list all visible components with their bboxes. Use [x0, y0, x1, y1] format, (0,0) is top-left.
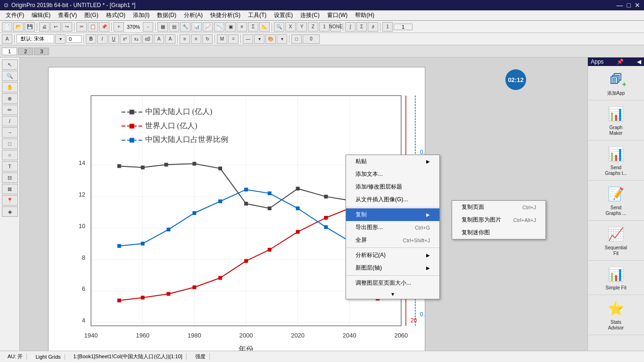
btn9[interactable]: Σ — [248, 22, 258, 32]
cm-paste[interactable]: 粘贴 ▶ — [346, 155, 439, 168]
window-controls[interactable]: — □ ✕ — [617, 1, 640, 9]
line-btn[interactable]: — — [243, 34, 253, 44]
menu-add[interactable]: 添加(I) — [129, 10, 153, 20]
btn17[interactable]: ∫ — [345, 22, 355, 32]
btn12[interactable]: X — [285, 22, 296, 32]
cm-addtext[interactable]: 添加文本... — [346, 168, 439, 181]
btn19[interactable]: ∂ — [368, 22, 378, 32]
font-btn[interactable]: A — [2, 34, 12, 44]
graph-area[interactable]: 02:12 中国大陆人口 (亿人) 世界人口 (亿人) 中国大陆人口占世界比例 — [20, 58, 587, 351]
hand-tool[interactable]: ✋ — [2, 82, 18, 92]
size-input[interactable]: 0 — [303, 34, 320, 44]
super-btn[interactable]: x² — [120, 34, 130, 44]
zoom-in-btn[interactable]: + — [114, 22, 124, 32]
app-stats-advisor[interactable]: ⭐ StatsAdvisor — [588, 295, 644, 335]
bold-btn[interactable]: B — [86, 34, 96, 44]
rect-tool[interactable]: □ — [2, 139, 18, 149]
cm-fullscreen[interactable]: 全屏 Ctrl+Shift+J — [346, 234, 439, 247]
copy-btn[interactable]: 📋 — [88, 22, 98, 32]
menu-quick[interactable]: 快捷分析(S) — [206, 10, 244, 20]
menu-graph[interactable]: 图(G) — [81, 10, 102, 20]
cm-analysis[interactable]: 分析标记(A) ▶ — [346, 249, 439, 262]
bg-color[interactable]: A — [165, 34, 175, 44]
menu-file[interactable]: 文件(F) — [2, 10, 28, 20]
btn10[interactable]: 📐 — [259, 22, 270, 32]
circle-tool[interactable]: ○ — [2, 150, 18, 160]
num-input[interactable]: 1 — [394, 24, 413, 30]
border-btn[interactable]: □ — [291, 34, 302, 44]
btn5[interactable]: 📈 — [203, 22, 213, 32]
sm-copymini[interactable]: 复制迷你图 — [452, 226, 545, 239]
italic-btn[interactable]: I — [97, 34, 107, 44]
color-dd[interactable]: ▾ — [277, 34, 287, 44]
arrow-tool[interactable]: → — [2, 127, 18, 138]
menu-edit[interactable]: 编辑(E) — [28, 10, 54, 20]
underline-btn[interactable]: U — [108, 34, 119, 44]
rotate-btn[interactable]: ↻ — [202, 34, 213, 44]
btn14[interactable]: Z — [308, 22, 318, 32]
menu-settings[interactable]: 设置(E) — [270, 10, 297, 20]
greek-btn[interactable]: αβ — [142, 34, 153, 44]
app-send-graphs-ppt[interactable]: 📊 SendGraphs t... — [588, 140, 644, 181]
cm-export[interactable]: 导出图形... Ctrl+G — [346, 221, 439, 234]
data-tool[interactable]: ◈ — [2, 206, 18, 217]
btn16[interactable]: NONE — [330, 22, 341, 32]
app-send-graphs-word[interactable]: 📝 SendGraphs ... — [588, 181, 644, 221]
btn1[interactable]: ▦ — [157, 22, 168, 32]
app-sequential-fit[interactable]: 📈 SequentialFit — [588, 221, 644, 261]
btn8[interactable]: ≡ — [237, 22, 247, 32]
apps-pin[interactable]: 📌 — [617, 58, 624, 65]
font-dd[interactable]: ▾ — [55, 34, 66, 44]
zoom-out-btn[interactable]: - — [143, 22, 153, 32]
menu-data[interactable]: 数据(D) — [153, 10, 180, 20]
draw-tool[interactable]: ✏ — [2, 105, 18, 115]
btn2[interactable]: ▤ — [169, 22, 179, 32]
page-tab-2[interactable]: 2 — [18, 48, 33, 55]
cm-newlayer[interactable]: 新图层(轴) ▶ — [346, 262, 439, 274]
sm-copypage[interactable]: 复制页面 Ctrl+J — [452, 201, 545, 214]
btn11[interactable]: 🔍 — [274, 22, 284, 32]
align-left[interactable]: ≡ — [180, 34, 190, 44]
cut-btn[interactable]: ✂ — [76, 22, 87, 32]
menu-format[interactable]: 格式(O) — [102, 10, 129, 20]
btn6[interactable]: 📉 — [214, 22, 224, 32]
btn7[interactable]: ▣ — [225, 22, 236, 32]
app-simple-fit[interactable]: 📊 Simple Fit — [588, 261, 644, 295]
sm-copyimage[interactable]: 复制图形为图片 Ctrl+Alt+J — [452, 214, 545, 226]
btn4[interactable]: 📊 — [191, 22, 202, 32]
btn3[interactable]: 🔧 — [180, 22, 190, 32]
btn18[interactable]: Σ — [356, 22, 367, 32]
text-tool[interactable]: T — [2, 161, 18, 172]
open-btn[interactable]: 📂 — [13, 22, 24, 32]
picker-tool[interactable]: 📍 — [2, 195, 18, 206]
save-btn[interactable]: 💾 — [25, 22, 35, 32]
m-btn[interactable]: M — [217, 34, 227, 44]
region-tool[interactable]: ⊟ — [2, 173, 18, 183]
cm-addtitle[interactable]: 添加/修改图层标题 — [346, 181, 439, 193]
pan-tool[interactable]: ⊕ — [2, 93, 18, 104]
cm-more[interactable]: ▾ — [346, 289, 439, 299]
apps-collapse[interactable]: ◀ — [637, 58, 641, 65]
color-btn2[interactable]: 🎨 — [265, 34, 276, 44]
paste-btn[interactable]: 📌 — [99, 22, 109, 32]
page-tab-1[interactable]: 1 — [2, 48, 17, 55]
select-tool[interactable]: ↖ — [2, 59, 18, 70]
btn13[interactable]: Y — [297, 22, 307, 32]
menu-connect[interactable]: 连接(C) — [297, 10, 323, 20]
redo-btn[interactable]: ↪ — [62, 22, 72, 32]
submenu[interactable]: 复制页面 Ctrl+J 复制图形为图片 Ctrl+Alt+J 复制迷你图 — [452, 200, 546, 239]
minimize-button[interactable]: — — [617, 1, 623, 9]
menu-analyze[interactable]: 分析(A) — [180, 10, 206, 20]
line-style[interactable]: ▾ — [254, 34, 264, 44]
app-graph-maker[interactable]: 📊 GraphMaker — [588, 100, 644, 140]
context-menu[interactable]: 粘贴 ▶ 添加文本... 添加/修改图层标题 从文件插入图像(G)... 复制 … — [346, 155, 440, 299]
btn20[interactable]: 1 — [382, 22, 393, 32]
cm-insertimage[interactable]: 从文件插入图像(G)... — [346, 193, 439, 206]
menu-tools[interactable]: 工具(T) — [244, 10, 270, 20]
mask-tool[interactable]: ⊠ — [2, 184, 18, 194]
sub-btn[interactable]: x₂ — [131, 34, 141, 44]
new-btn[interactable]: 📄 — [2, 22, 12, 32]
cm-copy[interactable]: 复制 ▶ — [346, 208, 439, 221]
menu-help[interactable]: 帮助(H) — [351, 10, 378, 20]
close-button[interactable]: ✕ — [635, 1, 640, 9]
